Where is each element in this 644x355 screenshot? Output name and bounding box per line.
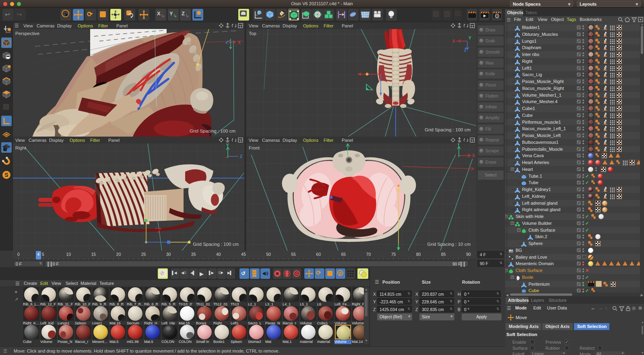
svg-text:S: S xyxy=(4,172,8,178)
svg-text:Y: Y xyxy=(226,143,229,147)
svg-text:X: X xyxy=(452,39,455,44)
svg-text:X: X xyxy=(472,154,475,158)
svg-text:X: X xyxy=(238,40,241,45)
svg-text:Y: Y xyxy=(469,36,471,40)
svg-text:Y: Y xyxy=(457,143,460,147)
svg-text:Z: Z xyxy=(240,154,242,159)
svg-text:Z: Z xyxy=(464,48,466,52)
